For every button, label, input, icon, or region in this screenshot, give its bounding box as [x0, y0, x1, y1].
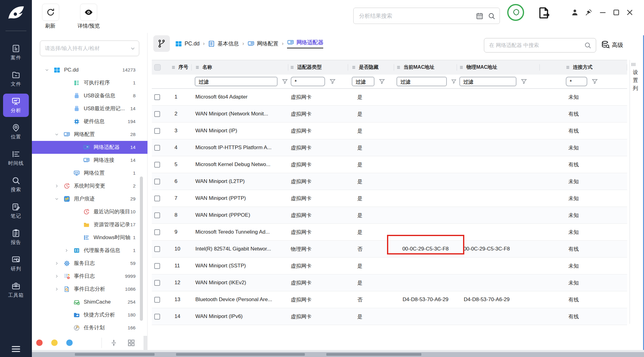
table-row[interactable]: 14WAN Miniport (IPv6)虚拟网卡是有线	[152, 308, 627, 325]
tree-item[interactable]: 事件日志分析1086	[32, 283, 148, 296]
map-badge-icon[interactable]	[507, 4, 524, 21]
minimize-icon[interactable]	[599, 8, 607, 17]
table-row[interactable]: 8WAN Miniport (PPPOE)虚拟网卡是未知	[152, 207, 627, 224]
tree-item[interactable]: 系统时间变更2	[32, 180, 148, 192]
row-checkbox[interactable]	[154, 263, 160, 269]
chevron-right-icon[interactable]	[54, 261, 59, 266]
row-checkbox[interactable]	[154, 111, 160, 117]
tree-item[interactable]: USB最近使用记...14	[32, 102, 148, 115]
row-checkbox[interactable]	[154, 212, 160, 218]
breadcrumb-item[interactable]: 网络配置	[247, 40, 278, 47]
sidebar-item-note[interactable]: 笔记	[0, 198, 32, 224]
row-checkbox[interactable]	[154, 94, 160, 100]
chevron-right-icon[interactable]	[64, 248, 69, 253]
tree-item[interactable]: 网络位置1	[32, 167, 148, 180]
tree-item[interactable]: 可执行程序1	[32, 76, 148, 89]
row-checkbox[interactable]	[154, 128, 160, 134]
table-row[interactable]: 12WAN Miniport (IKEv2)虚拟网卡是未知	[152, 274, 627, 291]
filter-input-mac_physical[interactable]: 过滤	[459, 77, 516, 86]
grid-view-icon[interactable]	[127, 339, 136, 347]
tree-item[interactable]: 代理服务器信息1	[32, 244, 148, 257]
table-row[interactable]: 13Bluetooth Device (Personal Are...虚拟网卡否…	[152, 291, 627, 308]
chevron-down-icon[interactable]	[54, 132, 59, 137]
column-header-mac_current[interactable]: 当前MAC地址	[394, 60, 457, 75]
refresh-button[interactable]: 刷新	[42, 4, 59, 29]
breadcrumb-item[interactable]: 基本信息	[208, 40, 239, 47]
column-settings-tab[interactable]: 设置列	[630, 60, 641, 324]
row-checkbox[interactable]	[154, 145, 160, 151]
collapse-all-icon[interactable]	[109, 339, 118, 347]
chevron-down-icon[interactable]	[54, 196, 59, 201]
table-row[interactable]: 9Microsoft Teredo Tunneling Ad...虚拟网卡是未知	[152, 224, 627, 241]
table-row[interactable]: 11WAN Miniport (SSTP)虚拟网卡是未知	[152, 258, 627, 274]
table-search-box[interactable]: 在 网络适配器 中搜索	[484, 38, 596, 52]
funnel-icon[interactable]	[520, 78, 527, 85]
filter-input-type[interactable]: *	[291, 77, 325, 86]
user-icon[interactable]	[571, 8, 579, 17]
tree-item[interactable]: PC.dd14273	[32, 64, 148, 76]
sidebar-item-analysis[interactable]: 分析	[0, 92, 32, 118]
sidebar-item-judge[interactable]: 研判	[0, 250, 32, 277]
export-icon[interactable]	[537, 6, 551, 20]
filter-input-connection[interactable]: *	[566, 77, 587, 86]
holder-select[interactable]: 请选择/输入持有人/检材	[40, 41, 139, 56]
sidebar-item-case[interactable]: 案件	[0, 39, 32, 66]
row-checkbox[interactable]	[154, 196, 160, 201]
advanced-search-button[interactable]: 高级	[599, 40, 623, 49]
table-row[interactable]: 10Intel(R) 82574L Gigabit Networ...物理网卡否…	[152, 241, 627, 258]
tree-item[interactable]: USB设备信息8	[32, 89, 148, 102]
close-icon[interactable]	[626, 8, 634, 17]
row-checkbox[interactable]	[154, 162, 160, 168]
breadcrumb-item[interactable]: 网络适配器	[287, 39, 324, 49]
table-row[interactable]: 2WAN Miniport (Network Monit...虚拟网卡是有线	[152, 106, 627, 122]
funnel-icon[interactable]	[591, 78, 598, 85]
preview-button[interactable]: 详情/预览	[66, 4, 112, 29]
tree-item[interactable]: 网络配置28	[32, 128, 148, 141]
pin-icon[interactable]	[585, 8, 593, 17]
legend-dot-3[interactable]	[66, 340, 73, 346]
tree-item[interactable]: 服务日志59	[32, 257, 148, 270]
table-row[interactable]: 6WAN Miniport (L2TP)虚拟网卡是未知	[152, 173, 627, 190]
tree-item[interactable]: 网络连接14	[32, 154, 148, 167]
select-all-checkbox[interactable]	[152, 60, 170, 75]
table-row[interactable]: 5Microsoft Kernel Debug Netwo...虚拟网卡是有线	[152, 156, 627, 173]
chevron-right-icon[interactable]	[54, 184, 59, 188]
funnel-icon[interactable]	[282, 78, 288, 85]
sidebar-item-toolbox[interactable]: 工具箱	[0, 277, 32, 303]
row-checkbox[interactable]	[154, 314, 160, 320]
tree-item[interactable]: 事件日志9999	[32, 270, 148, 283]
table-row[interactable]: 1Microsoft 6to4 Adapter虚拟网卡是未知	[152, 89, 627, 106]
funnel-icon[interactable]	[451, 78, 457, 85]
sidebar-item-report[interactable]: 报告	[0, 224, 32, 250]
tree-scrollbar[interactable]	[140, 177, 143, 321]
calendar-icon[interactable]	[476, 12, 484, 20]
sidebar-item-search[interactable]: 搜索	[0, 171, 32, 198]
legend-dot-1[interactable]	[36, 340, 43, 346]
maximize-icon[interactable]	[612, 8, 620, 17]
filter-input-hidden[interactable]: 过滤	[352, 77, 374, 86]
tree-item[interactable]: 最近访问的项目10	[32, 205, 148, 218]
search-icon[interactable]	[488, 12, 496, 20]
table-row[interactable]: 4Microsoft IP-HTTPS Platform A...虚拟网卡是未知	[152, 139, 627, 156]
row-checkbox[interactable]	[154, 280, 160, 286]
sidebar-item-file[interactable]: 文件	[0, 66, 32, 92]
chevron-right-icon[interactable]	[54, 274, 59, 279]
tree-item[interactable]: 硬件信息194	[32, 115, 148, 128]
chevron-right-icon[interactable]	[54, 287, 59, 292]
filter-input-name[interactable]: 过滤	[195, 77, 278, 86]
chevron-down-icon[interactable]	[44, 68, 49, 72]
tree-item[interactable]: 资源管理器记录17	[32, 218, 148, 231]
funnel-icon[interactable]	[378, 78, 385, 85]
tree-view-toggle-button[interactable]	[153, 35, 170, 52]
filter-input-mac_current[interactable]: 过滤	[397, 77, 447, 86]
menu-icon[interactable]	[11, 344, 21, 352]
tree-item[interactable]: 用户痕迹29	[32, 192, 148, 205]
column-header-mac_physical[interactable]: 物理MAC地址	[457, 60, 540, 75]
tree-item[interactable]: 任务计划166	[32, 321, 148, 334]
tree-item[interactable]: ShimCache254	[32, 296, 148, 308]
sidebar-item-timeline[interactable]: 时间线	[0, 145, 32, 171]
table-row[interactable]: 3WAN Miniport (IP)虚拟网卡是有线	[152, 122, 627, 139]
funnel-icon[interactable]	[329, 78, 336, 85]
row-checkbox[interactable]	[154, 179, 160, 184]
row-checkbox[interactable]	[154, 297, 160, 303]
